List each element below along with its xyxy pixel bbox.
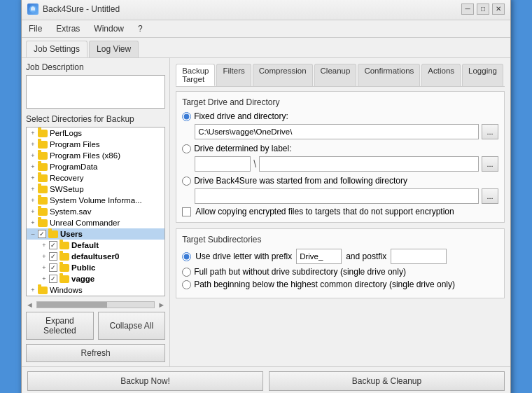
encrypt-row: Allow copying encrypted files to targets…	[182, 207, 498, 216]
tree-container[interactable]: + PerfLogs + Program Files + Program Fil…	[26, 127, 165, 296]
tree-item-syssav[interactable]: + System.sav	[27, 206, 164, 217]
folder-icon-progdata	[38, 163, 48, 171]
tab-filters[interactable]: Filters	[216, 64, 251, 86]
checkbox-users[interactable]	[38, 230, 46, 238]
expander-defaultuser0[interactable]: +	[39, 251, 49, 261]
fixed-drive-row: Fixed drive and directory:	[182, 111, 498, 121]
expander-default[interactable]: +	[39, 240, 49, 250]
title-bar: Back4Sure - Untitled ─ □ ✕	[22, 0, 510, 20]
expander-users[interactable]: –	[28, 229, 38, 239]
expander-perflogs[interactable]: +	[28, 128, 38, 138]
use-drive-letter-radio[interactable]	[182, 252, 191, 261]
expander-recovery[interactable]: +	[28, 173, 38, 183]
tab-logging[interactable]: Logging	[462, 64, 503, 86]
tree-action-buttons: Expand Selected Collapse All	[26, 312, 165, 340]
fixed-drive-input[interactable]	[195, 124, 479, 139]
expander-public[interactable]: +	[39, 263, 49, 273]
maximize-button[interactable]: □	[477, 4, 489, 15]
tab-compression[interactable]: Compression	[253, 64, 313, 86]
postfix-input[interactable]	[391, 249, 447, 264]
tree-item-swsetup[interactable]: + SWSetup	[27, 184, 164, 195]
tree-item-windows[interactable]: + Windows	[27, 284, 164, 296]
tree-item-progfiles[interactable]: + Program Files	[27, 139, 164, 150]
expander-syssav[interactable]: +	[28, 207, 38, 216]
folder-icon-unrealcmd	[38, 219, 48, 227]
drive-by-label-browse-button[interactable]: ...	[482, 156, 498, 172]
tree-item-unrealcmd[interactable]: + Unreal Commander	[27, 217, 164, 228]
tree-item-defaultuser0[interactable]: + defaultuser0	[27, 251, 164, 262]
job-desc-label: Job Description	[26, 62, 165, 72]
tree-item-perflogs[interactable]: + PerfLogs	[27, 127, 164, 139]
drive-by-label-left-input[interactable]	[195, 156, 251, 172]
tree-label-defaultuser0: defaultuser0	[71, 252, 119, 261]
expander-unrealcmd[interactable]: +	[28, 218, 38, 228]
expander-progfiles[interactable]: +	[28, 139, 38, 149]
job-desc-input[interactable]	[26, 75, 165, 109]
full-path-radio[interactable]	[182, 268, 191, 277]
tree-item-default[interactable]: + Default	[27, 240, 164, 251]
expander-swsetup[interactable]: +	[28, 184, 38, 194]
close-button[interactable]: ✕	[492, 4, 505, 15]
expand-selected-button[interactable]: Expand Selected	[26, 312, 94, 340]
checkbox-defaultuser0[interactable]	[49, 252, 57, 261]
checkbox-default[interactable]	[49, 241, 57, 249]
folder-icon-defaultuser0	[59, 253, 69, 261]
tab-confirmations[interactable]: Confirmations	[358, 64, 420, 86]
checkbox-public[interactable]	[49, 263, 57, 272]
folder-icon-perflogs	[38, 130, 48, 137]
tab-actions[interactable]: Actions	[421, 64, 461, 86]
scroll-right[interactable]: ►	[158, 301, 165, 309]
and-postfix-label: and postfix	[346, 251, 386, 261]
menu-file[interactable]: File	[24, 22, 46, 36]
backup-cleanup-button[interactable]: Backup & Cleanup	[269, 371, 505, 391]
folder-icon-recovery	[38, 174, 48, 182]
path-below-radio[interactable]	[182, 280, 191, 289]
expander-progfiles86[interactable]: +	[28, 151, 38, 160]
bottom-bar: Backup Now! Backup & Cleanup	[22, 366, 510, 393]
tree-label-syssav: System.sav	[50, 207, 91, 216]
scroll-left[interactable]: ◄	[26, 301, 34, 309]
tab-cleanup[interactable]: Cleanup	[314, 64, 357, 86]
app-icon	[27, 4, 38, 15]
tree-item-progdata[interactable]: + ProgramData	[27, 161, 164, 172]
main-content: Job Description Select Directories for B…	[22, 58, 510, 366]
expander-progdata[interactable]: +	[28, 162, 38, 172]
tree-item-sysvolinfo[interactable]: + System Volume Informa...	[27, 195, 164, 206]
path-below-row: Path beginning below the highest common …	[182, 280, 498, 289]
expander-sysvolinfo[interactable]: +	[28, 195, 38, 205]
fixed-drive-radio[interactable]	[182, 112, 191, 121]
tab-backup-target[interactable]: Backup Target	[176, 64, 215, 86]
folder-icon-swsetup	[38, 186, 48, 193]
full-path-row: Full path but without drive subdirectory…	[182, 267, 498, 277]
tab-job-settings[interactable]: Job Settings	[26, 41, 88, 57]
tree-item-progfiles86[interactable]: + Program Files (x86)	[27, 150, 164, 161]
menu-window[interactable]: Window	[90, 22, 128, 36]
drive-from-browse-button[interactable]: ...	[482, 188, 498, 204]
drive-by-label-right-input[interactable]	[259, 156, 479, 172]
tree-item-public[interactable]: + Public	[27, 262, 164, 273]
tree-item-vagge[interactable]: + vagge	[27, 273, 164, 284]
backup-now-button[interactable]: Backup Now!	[27, 371, 263, 391]
drive-from-input[interactable]	[195, 188, 479, 204]
tab-log-view[interactable]: Log View	[89, 41, 139, 57]
encrypt-checkbox[interactable]	[182, 207, 191, 216]
tree-item-users[interactable]: – Users	[27, 228, 164, 240]
folder-icon-syssav	[38, 208, 48, 216]
folder-icon-progfiles86	[38, 152, 48, 160]
menu-help[interactable]: ?	[134, 22, 147, 36]
menu-extras[interactable]: Extras	[52, 22, 84, 36]
tree-item-recovery[interactable]: + Recovery	[27, 172, 164, 184]
minimize-button[interactable]: ─	[461, 4, 474, 15]
drive-by-label-radio[interactable]	[182, 144, 191, 153]
window-controls: ─ □ ✕	[461, 4, 505, 15]
expander-vagge[interactable]: +	[39, 274, 49, 284]
collapse-all-button[interactable]: Collapse All	[98, 312, 166, 340]
fixed-drive-browse-button[interactable]: ...	[482, 124, 498, 139]
tree-label-recovery: Recovery	[50, 174, 84, 182]
expander-windows[interactable]: +	[28, 285, 38, 295]
drive-from-radio[interactable]	[182, 177, 191, 186]
prefix-input[interactable]	[296, 249, 342, 264]
full-path-label: Full path but without drive subdirectory…	[194, 267, 406, 277]
refresh-button[interactable]: Refresh	[26, 344, 165, 362]
checkbox-vagge[interactable]	[49, 275, 57, 283]
